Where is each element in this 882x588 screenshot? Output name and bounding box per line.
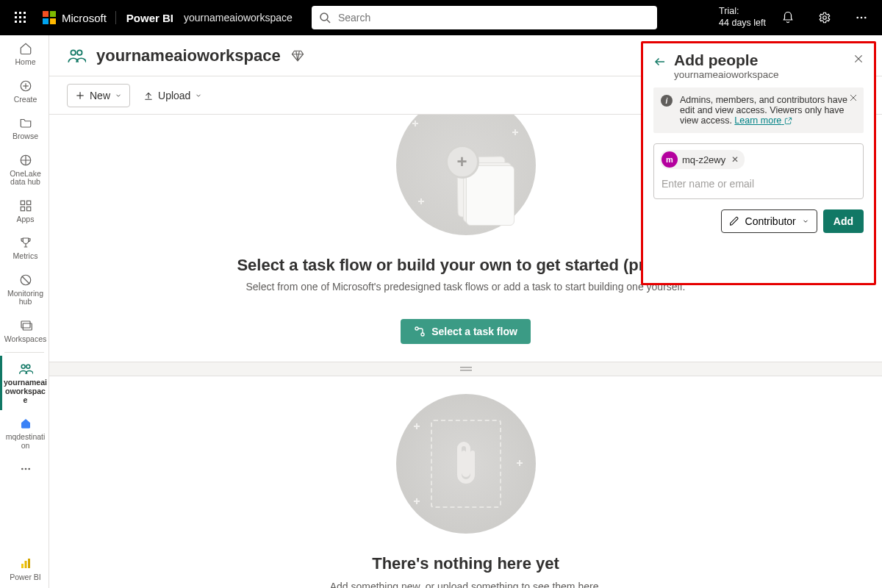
people-search-input[interactable] xyxy=(660,175,857,193)
workspaces-icon xyxy=(18,318,33,333)
avatar: m xyxy=(662,151,678,168)
settings-button[interactable] xyxy=(810,3,839,32)
premium-diamond-icon[interactable] xyxy=(291,49,304,62)
home-icon xyxy=(18,41,33,56)
taskflow-heading: Select a task flow or build your own to … xyxy=(237,256,694,275)
product-name: Power BI xyxy=(123,12,173,24)
svg-rect-1 xyxy=(19,12,21,14)
global-search-input[interactable] xyxy=(337,11,650,24)
panel-close-button[interactable] xyxy=(853,54,864,64)
plus-icon xyxy=(75,90,85,101)
more-button[interactable] xyxy=(847,3,876,32)
person-name: mq-z2ewy xyxy=(682,154,725,165)
panel-title: Add people xyxy=(674,51,779,69)
microsoft-logo-icon xyxy=(43,11,56,24)
gear-icon xyxy=(818,11,831,24)
nav-create[interactable]: Create xyxy=(0,73,49,110)
svg-point-31 xyxy=(28,468,30,470)
powerbi-icon xyxy=(18,556,33,571)
svg-point-12 xyxy=(856,17,858,19)
svg-rect-0 xyxy=(15,12,17,14)
resize-handle[interactable] xyxy=(49,362,882,376)
nav-workspace-current[interactable]: yournameaioworkspace xyxy=(0,356,49,410)
svg-line-10 xyxy=(327,20,330,23)
header-workspace-name: yournameaioworkspace xyxy=(181,12,304,24)
svg-point-29 xyxy=(21,468,24,470)
svg-point-46 xyxy=(415,327,418,330)
upload-button[interactable]: Upload xyxy=(136,84,209,107)
nav-more[interactable] xyxy=(0,456,49,482)
new-button[interactable]: New xyxy=(67,84,130,107)
role-label: Contributor xyxy=(745,215,796,227)
svg-point-28 xyxy=(26,365,29,369)
empty-state: There's nothing here yet Add something n… xyxy=(49,376,882,588)
svg-rect-22 xyxy=(26,207,30,210)
plus-circle-icon xyxy=(18,79,33,93)
svg-rect-19 xyxy=(21,201,24,204)
bell-icon xyxy=(781,11,795,24)
flow-icon xyxy=(414,326,426,337)
nav-onelake[interactable]: OneLake data hub xyxy=(0,147,49,193)
remove-chip-button[interactable]: ✕ xyxy=(730,154,740,165)
trial-label: Trial: xyxy=(719,6,766,18)
brand-company: Microsoft xyxy=(62,12,107,24)
nav-workspace-other[interactable]: mqdestination xyxy=(0,410,49,456)
svg-rect-2 xyxy=(24,12,26,14)
info-message: i Admins, members, and contributors have… xyxy=(653,87,864,133)
more-horizontal-icon xyxy=(855,11,868,24)
svg-rect-20 xyxy=(26,201,30,204)
select-taskflow-button[interactable]: Select a task flow xyxy=(401,319,531,344)
global-search[interactable] xyxy=(312,6,657,29)
svg-point-13 xyxy=(861,17,863,19)
add-people-panel: Add people yournameaioworkspace i Admins… xyxy=(641,41,876,285)
pencil-icon xyxy=(729,216,739,226)
people-picker[interactable]: m mq-z2ewy ✕ xyxy=(653,143,864,199)
nav-browse[interactable]: Browse xyxy=(0,110,49,147)
upload-icon xyxy=(143,90,154,101)
nav-label: Browse xyxy=(12,132,38,141)
notifications-button[interactable] xyxy=(773,3,803,32)
more-horizontal-icon xyxy=(18,462,33,476)
nav-home[interactable]: Home xyxy=(0,35,49,73)
grip-icon xyxy=(460,367,472,371)
svg-point-27 xyxy=(21,365,25,369)
search-icon xyxy=(319,12,331,24)
trial-status: Trial: 44 days left xyxy=(719,6,766,29)
nav-label: yournameaioworkspace xyxy=(4,379,47,404)
svg-rect-49 xyxy=(460,370,472,371)
nav-metrics[interactable]: Metrics xyxy=(0,229,49,267)
add-button[interactable]: Add xyxy=(823,209,864,233)
taskflow-illustration: + xyxy=(396,115,536,235)
close-icon xyxy=(849,93,858,102)
svg-rect-8 xyxy=(24,21,26,23)
nav-powerbi-footer[interactable]: Power BI xyxy=(0,551,49,588)
waffle-icon xyxy=(15,12,26,24)
svg-line-24 xyxy=(21,276,29,284)
svg-rect-6 xyxy=(15,21,17,23)
empty-subheading: Add something new, or upload something t… xyxy=(330,581,602,588)
learn-more-link[interactable]: Learn more xyxy=(734,115,792,126)
nav-apps[interactable]: Apps xyxy=(0,193,49,230)
svg-rect-21 xyxy=(21,207,24,210)
info-icon: i xyxy=(661,95,673,107)
nav-label: Create xyxy=(14,96,37,104)
svg-rect-3 xyxy=(15,16,17,18)
svg-rect-7 xyxy=(19,21,21,23)
nav-workspaces[interactable]: Workspaces xyxy=(0,312,49,350)
nav-label: OneLake data hub xyxy=(4,170,47,187)
svg-point-35 xyxy=(71,50,76,55)
svg-rect-4 xyxy=(19,16,21,18)
svg-point-47 xyxy=(421,333,424,336)
app-launcher-button[interactable] xyxy=(6,3,35,32)
panel-back-button[interactable] xyxy=(653,55,667,68)
nav-label: Power BI xyxy=(10,573,41,582)
role-dropdown[interactable]: Contributor xyxy=(721,209,817,233)
svg-rect-32 xyxy=(21,564,24,568)
home-small-icon xyxy=(18,416,33,431)
nav-monitoring[interactable]: Monitoring hub xyxy=(0,267,49,312)
left-nav: Home Create Browse OneLake data hub Apps xyxy=(0,35,49,588)
svg-rect-33 xyxy=(24,561,26,568)
nav-label: Metrics xyxy=(13,252,38,261)
chevron-down-icon xyxy=(195,92,202,99)
info-dismiss-button[interactable] xyxy=(849,93,858,102)
